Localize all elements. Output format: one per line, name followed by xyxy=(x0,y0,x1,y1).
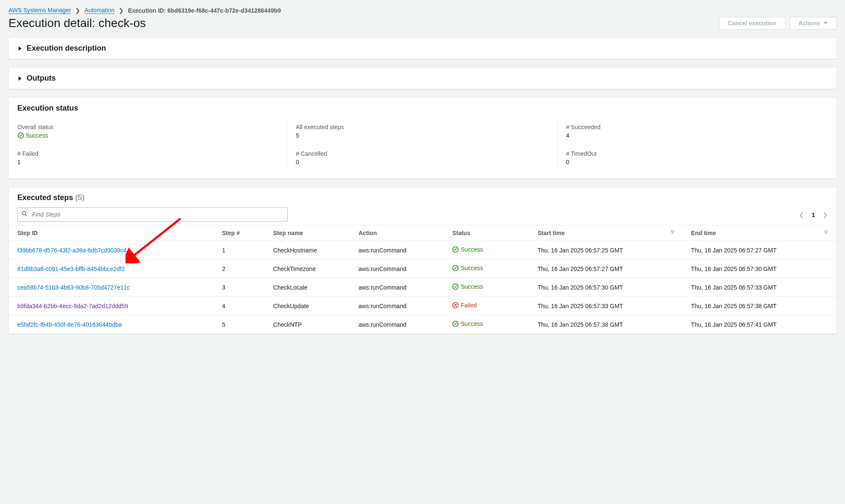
timedout-label: # TimedOut xyxy=(566,150,819,157)
breadcrumb-root-link[interactable]: AWS Systems Manager xyxy=(8,7,71,14)
all-steps-value: 5 xyxy=(296,132,548,139)
step-start-time: Thu, 16 Jan 2025 06:57:25 GMT xyxy=(529,241,682,260)
col-step-id[interactable]: Step ID xyxy=(9,225,213,241)
caret-down-icon xyxy=(823,22,828,24)
all-steps-label: All executed steps xyxy=(296,124,548,130)
prev-page-button[interactable]: ❮ xyxy=(799,211,804,218)
panel-header-outputs[interactable]: Outputs xyxy=(9,68,836,89)
step-name: CheckUpdate xyxy=(265,297,350,315)
timedout-value: 0 xyxy=(566,159,819,165)
step-status: Success xyxy=(452,265,483,271)
step-name: CheckHostname xyxy=(265,241,350,260)
page-number: 1 xyxy=(812,211,815,218)
step-start-time: Thu, 16 Jan 2025 06:57:30 GMT xyxy=(529,278,682,297)
step-end-time: Thu, 16 Jan 2025 06:57:27 GMT xyxy=(683,241,836,260)
panel-title: Outputs xyxy=(27,74,56,83)
table-row: e5faf2fc-f84b-450f-8e76-40163644bdba5Che… xyxy=(9,315,836,334)
svg-point-1 xyxy=(22,211,26,215)
step-status: Failed xyxy=(452,302,477,309)
col-action[interactable]: Action xyxy=(350,225,444,241)
panel-header-exec-description[interactable]: Execution description xyxy=(9,38,836,59)
svg-line-2 xyxy=(25,214,27,216)
breadcrumb-current: Execution ID: 6bd6319e-f68c-447c-b72e-d3… xyxy=(128,7,281,14)
panel-execution-status: Execution status Overall status Success … xyxy=(8,98,837,179)
step-end-time: Thu, 16 Jan 2025 06:57:38 GMT xyxy=(683,297,836,315)
cancelled-label: # Cancelled xyxy=(296,150,548,157)
step-start-time: Thu, 16 Jan 2025 06:57:38 GMT xyxy=(529,315,682,334)
step-end-time: Thu, 16 Jan 2025 06:57:41 GMT xyxy=(683,315,836,334)
actions-button-label: Actions xyxy=(799,20,820,27)
table-row: b9fda344-b2bb-4ecc-9da2-7ad2d12ddd594Che… xyxy=(9,297,836,315)
step-name: CheckLocale xyxy=(265,278,350,297)
step-start-time: Thu, 16 Jan 2025 06:57:33 GMT xyxy=(529,297,682,315)
chevron-right-icon: ❯ xyxy=(119,7,124,14)
step-end-time: Thu, 16 Jan 2025 06:57:30 GMT xyxy=(683,260,836,278)
step-id-link[interactable]: 81d8b3a6-c091-45e3-bffb-8454bbce2df2 xyxy=(17,266,125,272)
step-status: Success xyxy=(452,320,483,327)
overall-status-label: Overall status xyxy=(17,124,278,130)
executed-steps-table: Step ID Step # Step name Action Status S… xyxy=(9,225,836,333)
step-id-link[interactable]: cea58b74-51b3-4b63-90b8-705d4727e11c xyxy=(17,284,130,291)
steps-count: (5) xyxy=(75,193,84,202)
step-action: aws:runCommand xyxy=(350,278,444,297)
table-row: 81d8b3a6-c091-45e3-bffb-8454bbce2df22Che… xyxy=(9,260,836,278)
col-end-time[interactable]: End time▽ xyxy=(683,225,836,241)
panel-execution-description: Execution description xyxy=(8,38,837,59)
breadcrumb: AWS Systems Manager ❯ Automation ❯ Execu… xyxy=(8,7,837,14)
step-name: CheckTimezone xyxy=(265,260,350,278)
col-start-time[interactable]: Start time▽ xyxy=(529,225,682,241)
step-action: aws:runCommand xyxy=(350,297,444,315)
step-action: aws:runCommand xyxy=(350,315,444,334)
step-num: 5 xyxy=(213,315,264,334)
panel-title: Execution description xyxy=(27,44,106,53)
sort-icon: ▽ xyxy=(671,230,674,234)
pagination: ❮ 1 ❯ xyxy=(799,211,828,218)
step-start-time: Thu, 16 Jan 2025 06:57:27 GMT xyxy=(529,260,682,278)
failed-label: # Failed xyxy=(17,150,278,157)
step-status: Success xyxy=(452,283,483,290)
succeeded-label: # Succeeded xyxy=(566,124,819,130)
panel-outputs: Outputs xyxy=(8,68,837,89)
expand-icon[interactable] xyxy=(17,76,22,81)
step-num: 4 xyxy=(213,297,264,315)
panel-title: Executed steps (5) xyxy=(17,193,84,202)
overall-status-value: Success xyxy=(17,132,48,139)
page-title: Execution detail: check-os xyxy=(8,16,146,30)
step-status: Success xyxy=(452,246,483,253)
cancel-execution-button[interactable]: Cancel execution xyxy=(719,17,785,30)
actions-dropdown-button[interactable]: Actions xyxy=(790,17,837,30)
sort-icon: ▽ xyxy=(824,230,828,234)
failed-value: 1 xyxy=(17,159,278,165)
search-box xyxy=(17,207,288,222)
step-id-link[interactable]: b9fda344-b2bb-4ecc-9da2-7ad2d12ddd59 xyxy=(17,303,128,309)
table-row: cea58b74-51b3-4b63-90b8-705d4727e11c3Che… xyxy=(9,278,836,297)
succeeded-value: 4 xyxy=(566,132,819,139)
success-icon xyxy=(17,132,24,139)
cancelled-value: 0 xyxy=(296,159,548,165)
step-id-link[interactable]: e5faf2fc-f84b-450f-8e76-40163644bdba xyxy=(17,321,122,328)
chevron-right-icon: ❯ xyxy=(75,7,80,14)
col-step-name[interactable]: Step name xyxy=(265,225,350,241)
search-icon xyxy=(22,211,27,218)
step-num: 3 xyxy=(213,278,264,297)
step-name: CheckNTP xyxy=(265,315,350,334)
table-row: f39bb678-d576-43f2-a39a-6db7cd9039c41Che… xyxy=(9,241,836,260)
step-action: aws:runCommand xyxy=(350,241,444,260)
breadcrumb-automation-link[interactable]: Automation xyxy=(84,7,114,14)
step-action: aws:runCommand xyxy=(350,260,444,278)
panel-title: Execution status xyxy=(17,104,78,113)
step-id-link[interactable]: f39bb678-d576-43f2-a39a-6db7cd9039c4 xyxy=(17,247,126,254)
expand-icon[interactable] xyxy=(17,46,22,51)
step-num: 1 xyxy=(213,241,264,260)
col-status[interactable]: Status xyxy=(444,225,529,241)
search-input[interactable] xyxy=(17,207,288,222)
panel-executed-steps: Executed steps (5) ❮ 1 ❯ Step ID Step xyxy=(8,187,837,334)
next-page-button[interactable]: ❯ xyxy=(823,211,828,218)
step-end-time: Thu, 16 Jan 2025 06:57:33 GMT xyxy=(683,278,836,297)
col-step-num[interactable]: Step # xyxy=(213,225,264,241)
step-num: 2 xyxy=(213,260,264,278)
